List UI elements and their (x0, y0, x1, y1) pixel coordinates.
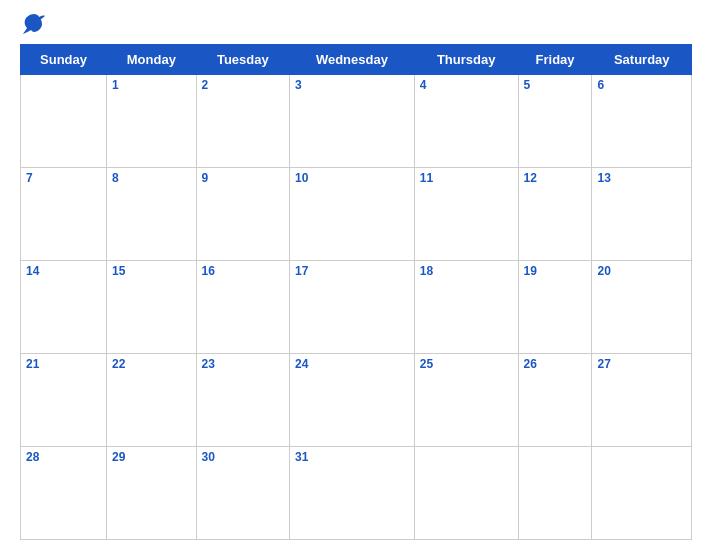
day-number: 5 (524, 78, 587, 92)
calendar-cell: 2 (196, 75, 290, 168)
calendar-cell (592, 447, 692, 540)
calendar-body: 1234567891011121314151617181920212223242… (21, 75, 692, 540)
calendar-cell: 12 (518, 168, 592, 261)
calendar-cell: 6 (592, 75, 692, 168)
calendar-cell: 23 (196, 354, 290, 447)
calendar-cell: 29 (107, 447, 196, 540)
weekday-thursday: Thursday (414, 45, 518, 75)
calendar-cell: 30 (196, 447, 290, 540)
day-number: 6 (597, 78, 686, 92)
calendar-cell: 14 (21, 261, 107, 354)
day-number: 9 (202, 171, 285, 185)
calendar-cell: 22 (107, 354, 196, 447)
page-header (20, 10, 692, 38)
calendar-cell: 15 (107, 261, 196, 354)
weekday-friday: Friday (518, 45, 592, 75)
calendar-cell: 31 (290, 447, 415, 540)
logo-bird-icon (20, 10, 48, 38)
week-row-2: 78910111213 (21, 168, 692, 261)
day-number: 29 (112, 450, 190, 464)
day-number: 17 (295, 264, 409, 278)
weekday-wednesday: Wednesday (290, 45, 415, 75)
calendar-cell: 27 (592, 354, 692, 447)
calendar-cell: 5 (518, 75, 592, 168)
calendar-cell: 13 (592, 168, 692, 261)
week-row-3: 14151617181920 (21, 261, 692, 354)
day-number: 18 (420, 264, 513, 278)
calendar-cell: 10 (290, 168, 415, 261)
calendar-cell: 20 (592, 261, 692, 354)
day-number: 22 (112, 357, 190, 371)
calendar-cell: 28 (21, 447, 107, 540)
day-number: 24 (295, 357, 409, 371)
calendar-cell: 26 (518, 354, 592, 447)
calendar-cell: 11 (414, 168, 518, 261)
day-number: 8 (112, 171, 190, 185)
weekday-saturday: Saturday (592, 45, 692, 75)
day-number: 4 (420, 78, 513, 92)
day-number: 26 (524, 357, 587, 371)
weekday-monday: Monday (107, 45, 196, 75)
calendar-cell: 17 (290, 261, 415, 354)
logo (20, 10, 52, 38)
calendar-cell (21, 75, 107, 168)
weekday-sunday: Sunday (21, 45, 107, 75)
day-number: 10 (295, 171, 409, 185)
day-number: 11 (420, 171, 513, 185)
week-row-1: 123456 (21, 75, 692, 168)
day-number: 2 (202, 78, 285, 92)
day-number: 12 (524, 171, 587, 185)
day-number: 20 (597, 264, 686, 278)
calendar-cell (518, 447, 592, 540)
day-number: 19 (524, 264, 587, 278)
day-number: 23 (202, 357, 285, 371)
calendar-cell (414, 447, 518, 540)
weekday-header-row: SundayMondayTuesdayWednesdayThursdayFrid… (21, 45, 692, 75)
calendar-cell: 21 (21, 354, 107, 447)
calendar-cell: 25 (414, 354, 518, 447)
calendar-cell: 4 (414, 75, 518, 168)
calendar-table: SundayMondayTuesdayWednesdayThursdayFrid… (20, 44, 692, 540)
calendar-cell: 1 (107, 75, 196, 168)
day-number: 3 (295, 78, 409, 92)
calendar-cell: 16 (196, 261, 290, 354)
day-number: 30 (202, 450, 285, 464)
day-number: 28 (26, 450, 101, 464)
calendar-cell: 3 (290, 75, 415, 168)
day-number: 31 (295, 450, 409, 464)
calendar-cell: 24 (290, 354, 415, 447)
calendar-cell: 9 (196, 168, 290, 261)
day-number: 14 (26, 264, 101, 278)
day-number: 16 (202, 264, 285, 278)
weekday-tuesday: Tuesday (196, 45, 290, 75)
calendar-cell: 18 (414, 261, 518, 354)
day-number: 15 (112, 264, 190, 278)
day-number: 13 (597, 171, 686, 185)
week-row-5: 28293031 (21, 447, 692, 540)
day-number: 7 (26, 171, 101, 185)
calendar-cell: 7 (21, 168, 107, 261)
day-number: 1 (112, 78, 190, 92)
week-row-4: 21222324252627 (21, 354, 692, 447)
day-number: 27 (597, 357, 686, 371)
day-number: 21 (26, 357, 101, 371)
day-number: 25 (420, 357, 513, 371)
calendar-cell: 8 (107, 168, 196, 261)
calendar-cell: 19 (518, 261, 592, 354)
